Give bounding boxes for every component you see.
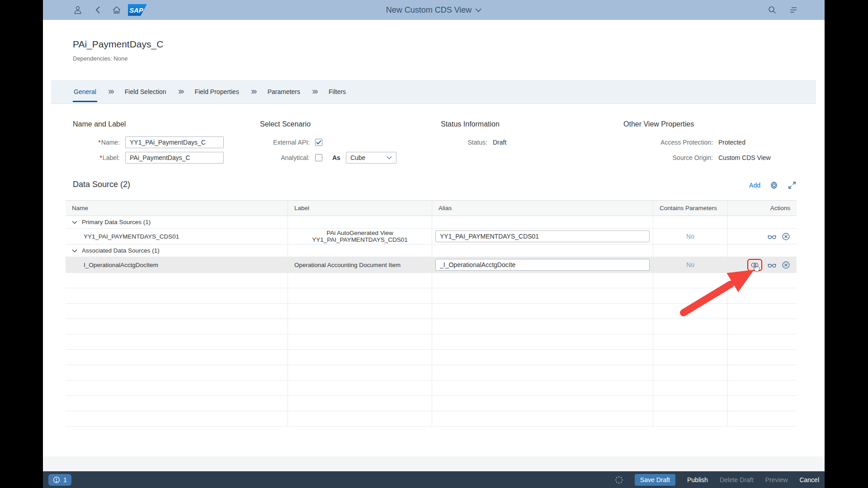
shell-title-text: New Custom CDS View: [386, 5, 472, 15]
remove-circle-x-icon[interactable]: [782, 232, 790, 241]
section-title: Name and Label: [73, 120, 224, 128]
label-input[interactable]: [125, 152, 224, 164]
add-data-source-button[interactable]: Add: [749, 182, 760, 189]
data-source-toolbar: Add: [749, 181, 797, 190]
name-input[interactable]: [125, 136, 224, 148]
chevron-down-icon: [72, 221, 77, 224]
table-row-empty: [66, 365, 797, 380]
group-title: Associated Data Sources (1): [82, 247, 160, 254]
as-label: As: [332, 154, 340, 161]
shell-bar: SAP New Custom CDS View: [43, 0, 825, 20]
label-field-label: *Label:: [73, 154, 125, 161]
table-row-empty: [66, 350, 797, 365]
table-row-empty: [66, 304, 797, 319]
dependencies-text: Dependencies: None: [73, 55, 127, 62]
column-header-alias: Alias: [432, 201, 653, 216]
chevron-down-icon: [475, 8, 481, 12]
expand-fullscreen-icon[interactable]: [788, 181, 797, 190]
column-header-contains-parameters: Contains Parameters: [653, 201, 728, 216]
ai-dots-icon[interactable]: [615, 476, 623, 484]
footer-bar: 1 Save Draft Publish Delete Draft Previe…: [43, 471, 825, 488]
shell-title-menu[interactable]: New Custom CDS View: [386, 0, 482, 20]
group-row-associated-data-sources[interactable]: Associated Data Sources (1): [66, 244, 797, 257]
table-row-empty: [66, 288, 797, 304]
table-row-empty: [66, 411, 797, 427]
tab-separator-icon: ›››: [108, 86, 113, 96]
data-source-table: Name Label Alias Contains Parameters Act…: [66, 200, 797, 427]
analytical-checkbox[interactable]: [315, 154, 322, 161]
tab-separator-icon: ›››: [251, 86, 256, 96]
contains-parameters-value: No: [686, 233, 694, 240]
table-row-associated-source[interactable]: I_OperationalAcctgDocItem Operational Ac…: [66, 257, 797, 273]
remove-circle-x-icon[interactable]: [782, 261, 790, 269]
message-count: 1: [63, 476, 67, 483]
app-window: SAP New Custom CDS View PAi_PaymentDays_…: [43, 0, 825, 488]
user-profile-icon[interactable]: [73, 5, 82, 14]
column-header-name: Name: [66, 201, 288, 216]
delete-draft-button[interactable]: Delete Draft: [720, 476, 754, 483]
search-icon[interactable]: [768, 5, 777, 14]
table-row-empty: [66, 334, 797, 350]
table-row-empty: [66, 396, 797, 411]
checkmark-icon: [316, 140, 321, 145]
access-protection-label: Access Protection:: [623, 139, 718, 146]
contains-parameters-value: No: [686, 261, 694, 268]
table-row-empty: [66, 380, 797, 396]
analytical-type-select[interactable]: Cube: [346, 152, 396, 164]
tab-field-properties[interactable]: Field Properties: [194, 80, 240, 104]
back-icon[interactable]: [94, 5, 103, 14]
source-origin-label: Source Origin:: [623, 154, 718, 161]
data-source-title: Data Source (2): [73, 180, 130, 189]
access-protection-value: Protected: [718, 139, 745, 146]
status-label: Status:: [441, 139, 493, 146]
alias-input[interactable]: [435, 230, 650, 242]
publish-button[interactable]: Publish: [687, 476, 708, 483]
notifications-menu-icon[interactable]: [789, 5, 798, 14]
page-title: PAi_PaymentDays_C: [73, 39, 163, 50]
warning-circle-icon: [53, 476, 60, 483]
external-api-label: External API:: [260, 139, 315, 146]
tab-general[interactable]: General: [73, 80, 97, 104]
external-api-checkbox[interactable]: [315, 139, 322, 146]
tab-separator-icon: ›››: [178, 86, 183, 96]
section-other-view-properties: Other View Properties Access Protection:…: [623, 120, 771, 167]
section-title: Select Scenario: [260, 120, 396, 128]
tab-parameters[interactable]: Parameters: [267, 80, 301, 104]
settings-gear-icon[interactable]: [769, 181, 778, 190]
sap-logo[interactable]: SAP: [128, 4, 147, 16]
section-select-scenario: Select Scenario External API: Analytical…: [260, 120, 396, 167]
source-origin-value: Custom CDS View: [718, 154, 771, 161]
messages-button[interactable]: 1: [48, 474, 71, 486]
mouse-hand-cursor-icon: [753, 263, 760, 272]
column-header-label: Label: [288, 201, 432, 216]
table-row-empty: [66, 319, 797, 334]
tab-field-selection[interactable]: Field Selection: [124, 80, 167, 104]
group-row-primary-data-sources[interactable]: Primary Data Sources (1): [66, 216, 797, 229]
alias-input[interactable]: [435, 259, 650, 271]
section-title: Status Information: [441, 120, 506, 128]
preview-glasses-icon[interactable]: [768, 261, 776, 269]
name-field-label: *Name:: [73, 139, 125, 146]
table-row-empty: [66, 273, 797, 288]
chevron-down-icon: [387, 156, 392, 160]
cancel-button[interactable]: Cancel: [799, 476, 819, 483]
preview-glasses-icon[interactable]: [768, 232, 776, 241]
group-title: Primary Data Sources (1): [82, 219, 151, 225]
analytical-label: Analytical:: [260, 154, 315, 161]
section-status-information: Status Information Status: Draft: [441, 120, 506, 152]
section-name-and-label: Name and Label *Name: *Label:: [73, 120, 224, 167]
table-row-primary-source[interactable]: YY1_PAI_PAYMENTDAYS_CDS01 PAi AutoGenera…: [66, 229, 797, 244]
table-empty-rows: [66, 273, 797, 427]
tab-filters[interactable]: Filters: [328, 80, 347, 104]
chevron-down-icon: [72, 249, 77, 253]
save-draft-button[interactable]: Save Draft: [635, 474, 675, 486]
tab-strip: General ››› Field Selection ››› Field Pr…: [51, 80, 816, 104]
join-condition-highlight-box: [747, 259, 762, 271]
table-header-row: Name Label Alias Contains Parameters Act…: [66, 201, 797, 216]
preview-button[interactable]: Preview: [765, 476, 788, 483]
data-source-name: YY1_PAI_PAYMENTDAYS_CDS01: [66, 229, 288, 244]
section-title: Other View Properties: [623, 120, 771, 128]
home-icon[interactable]: [112, 5, 121, 14]
svg-text:SAP: SAP: [129, 6, 144, 14]
page-bottom-band: [43, 456, 825, 471]
